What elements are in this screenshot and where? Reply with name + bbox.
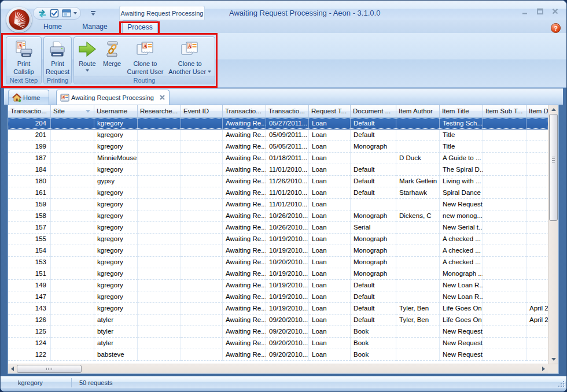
checkmark-icon[interactable]: [49, 9, 59, 19]
cell: [526, 176, 548, 187]
table-row-187[interactable]: 187MinnieMouseAwaiting Re...01/18/2011..…: [8, 153, 548, 164]
vertical-scroll-thumb[interactable]: [549, 114, 558, 221]
column-header-7[interactable]: Request T...: [309, 105, 351, 118]
table-row-126[interactable]: 126atylerAwaiting Re...09/20/2010...Loan…: [8, 315, 548, 326]
table-row-155[interactable]: 155kgregoryAwaiting Re...10/19/2010...Lo…: [8, 234, 548, 245]
cell: [51, 130, 94, 141]
close-tab-icon[interactable]: [159, 94, 165, 101]
cell: [138, 153, 181, 164]
cell: [483, 130, 526, 141]
window-dropdown-icon[interactable]: [73, 12, 77, 14]
cell: Loan: [309, 234, 351, 245]
cell: 09/20/2010...: [266, 326, 309, 338]
application-menu-button[interactable]: [6, 7, 32, 32]
column-header-8[interactable]: Document ...: [351, 105, 396, 118]
cell: [51, 153, 94, 164]
document-tab-strip: Home A Awaiting Request Processing: [4, 88, 563, 105]
cell: Loan: [309, 141, 351, 153]
minimize-button[interactable]: [520, 8, 531, 16]
cell: [138, 199, 181, 210]
cell: [138, 291, 181, 303]
send-receive-icon[interactable]: [37, 9, 47, 19]
table-row-159[interactable]: 159kgregoryAwaiting Re...11/01/2010...Lo…: [8, 199, 548, 210]
print-request-button[interactable]: Print Request: [44, 39, 71, 76]
qat-more-arrow-icon: [91, 13, 95, 16]
scroll-down-button[interactable]: [548, 355, 558, 364]
table-row-184[interactable]: 184kgregoryAwaiting Re...11/01/2010...Lo…: [8, 164, 548, 176]
route-button[interactable]: Route: [76, 39, 99, 72]
ribbon-tab-row: Home Manage Process: [1, 20, 566, 33]
document-tab-awaiting-request-processing[interactable]: A Awaiting Request Processing: [56, 90, 170, 105]
cell: [526, 199, 548, 210]
resize-grip-icon[interactable]: [556, 379, 564, 387]
cell: 149: [8, 280, 51, 291]
maximize-button[interactable]: [535, 8, 546, 16]
table-row-124[interactable]: 124atylerAwaiting Re...09/20/2010...Loan…: [8, 338, 548, 349]
close-button[interactable]: [550, 8, 561, 16]
cell: 05/27/2011...: [266, 118, 309, 130]
cell: 153: [8, 257, 51, 268]
merge-button[interactable]: Merge: [101, 39, 124, 68]
table-row-180[interactable]: 180gypsyAwaiting Re...11/26/2010...LoanD…: [8, 176, 548, 187]
route-icon: [78, 39, 97, 59]
column-header-4[interactable]: Event ID: [181, 105, 223, 118]
table-row-204[interactable]: 204kgregoryAwaiting Re...05/27/2011...Lo…: [8, 118, 548, 130]
status-user: kgregory: [1, 376, 71, 389]
table-row-158[interactable]: 158kgregoryAwaiting Re...10/26/2010...Lo…: [8, 210, 548, 222]
cell: [181, 326, 223, 338]
table-row-125[interactable]: 125btylerAwaiting Re...09/20/2010...Loan…: [8, 326, 548, 338]
column-header-9[interactable]: Item Author: [396, 105, 440, 118]
cell: atyler: [94, 338, 138, 349]
cell: Awaiting Re...: [223, 257, 266, 268]
cell: Tyler, Ben: [396, 303, 440, 315]
cell: [181, 245, 223, 257]
column-header-12[interactable]: Item D...: [526, 105, 548, 118]
column-header-11[interactable]: Item Sub T...: [483, 105, 526, 118]
cell: [138, 268, 181, 280]
scroll-left-button[interactable]: [8, 364, 17, 373]
horizontal-scrollbar[interactable]: [8, 364, 548, 373]
column-header-10[interactable]: Item Title: [440, 105, 483, 118]
table-row-151[interactable]: 151kgregoryAwaiting Re...10/19/2010...Lo…: [8, 268, 548, 280]
ribbon-tab-process[interactable]: Process: [122, 20, 158, 33]
customize-qat-button[interactable]: [87, 7, 99, 20]
table-row-149[interactable]: 149kgregoryAwaiting Re...10/19/2010...Lo…: [8, 280, 548, 291]
cell: [138, 349, 181, 361]
column-header-6[interactable]: Transactio...: [266, 105, 309, 118]
column-header-0[interactable]: Transactio...: [8, 105, 51, 118]
cell: Living with ...: [440, 176, 483, 187]
scroll-right-button[interactable]: [539, 364, 548, 373]
contextual-tab-group-header: Awaiting Request Processing: [119, 6, 205, 20]
document-tab-home[interactable]: Home: [8, 90, 49, 105]
table-row-201[interactable]: 201kgregoryAwaiting Re...05/09/2011...Lo…: [8, 130, 548, 141]
column-header-3[interactable]: Researche...: [138, 105, 181, 118]
cell: New Request: [440, 338, 483, 349]
column-header-1[interactable]: Site: [51, 105, 94, 118]
column-header-5[interactable]: Transactio...: [223, 105, 266, 118]
window-icon[interactable]: [61, 9, 71, 19]
table-row-153[interactable]: 153kgregoryAwaiting Re...10/20/2010...Lo…: [8, 257, 548, 268]
print-callslip-button[interactable]: A Print Callslip: [12, 39, 35, 76]
table-row-199[interactable]: 199kgregoryAwaiting Re...05/05/2011...Lo…: [8, 141, 548, 153]
ribbon-tab-manage[interactable]: Manage: [78, 20, 112, 33]
clone-to-current-user-button[interactable]: A Clone to Current User: [125, 39, 165, 76]
cell: [483, 210, 526, 222]
cell: [396, 199, 440, 210]
scroll-up-button[interactable]: [548, 105, 558, 114]
cell: Awaiting Re...: [223, 338, 266, 349]
table-row-154[interactable]: 154kgregoryAwaiting Re...10/19/2010...Lo…: [8, 245, 548, 257]
table-row-147[interactable]: 147kgregoryAwaiting Re...10/19/2010...Lo…: [8, 291, 548, 303]
ribbon-tab-home[interactable]: Home: [38, 20, 68, 33]
table-row-143[interactable]: 143kgregoryAwaiting Re...10/19/2010...Lo…: [8, 303, 548, 315]
vertical-scrollbar[interactable]: [548, 105, 558, 364]
cell: Monograph: [351, 210, 396, 222]
table-row-161[interactable]: 161kgregoryAwaiting Re...11/01/2010...Lo…: [8, 187, 548, 199]
horizontal-scroll-thumb[interactable]: [17, 365, 82, 373]
table-row-157[interactable]: 157kgregoryAwaiting Re...10/26/2010...Lo…: [8, 222, 548, 234]
clone-to-another-user-button[interactable]: A Clone to Another User: [167, 39, 213, 76]
help-button[interactable]: ?: [551, 23, 561, 33]
table-row-122[interactable]: 122babsteveAwaiting Re...09/20/2010...Lo…: [8, 349, 548, 361]
cell: Book: [351, 338, 396, 349]
home-icon: [12, 93, 21, 102]
column-header-2[interactable]: Username: [94, 105, 138, 118]
